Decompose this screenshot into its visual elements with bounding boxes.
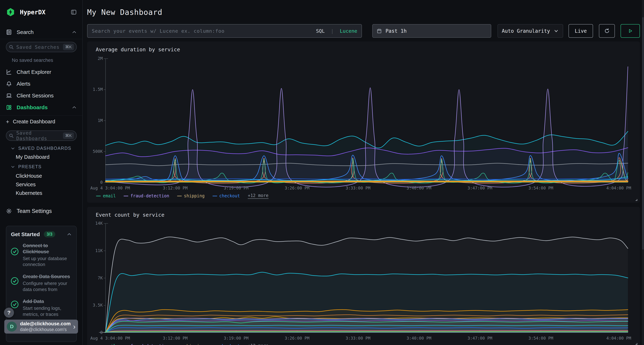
x-axis-label: 3:33:00 PM (331, 336, 385, 341)
chart-plot[interactable] (87, 41, 640, 203)
x-axis-label: 3:54:00 PM (514, 186, 568, 190)
step-desc: Set up your database connection (23, 256, 72, 268)
step-desc: Start sending logs, metrics, or traces (23, 305, 72, 318)
sidebar-item-my-dashboard[interactable]: My Dashboard (16, 154, 50, 160)
sidebar-item-kubernetes[interactable]: Kubernetes (16, 190, 42, 196)
lucene-toggle[interactable]: Lucene (340, 28, 357, 34)
sidebar-item-client-sessions[interactable]: Client Sessions (6, 93, 77, 99)
no-saved-searches-text: No saved searches (12, 57, 53, 63)
create-dashboard-button[interactable]: + Create Dashboard (6, 119, 77, 125)
live-button[interactable]: Live (568, 24, 593, 38)
sidebar-item-search[interactable]: Search (6, 29, 77, 35)
section-presets[interactable]: PRESETS (11, 164, 42, 169)
step-title: Create Data Sources (23, 274, 72, 280)
sidebar-item-alerts[interactable]: Alerts (6, 81, 77, 87)
x-axis-label: 3:40:00 PM (392, 186, 446, 190)
scrollbar-thumb[interactable] (642, 17, 644, 250)
language-separator: | (331, 28, 334, 34)
saved-searches-input[interactable]: Saved Searches ⌘K (6, 42, 77, 52)
chevron-down-icon (11, 165, 15, 169)
sidebar-item-services[interactable]: Services (16, 182, 36, 188)
calendar-icon (376, 28, 382, 34)
granularity-value: Auto Granularity (502, 28, 550, 34)
sidebar-item-label: Chart Explorer (17, 69, 51, 75)
help-button[interactable]: ? (4, 308, 14, 318)
collapse-sidebar-icon[interactable] (71, 9, 77, 15)
event-search-placeholder: Search your events w/ Lucene ex. column:… (92, 28, 312, 34)
gear-icon (6, 208, 12, 214)
laptop-icon (6, 93, 12, 99)
chevron-up-icon[interactable] (67, 232, 72, 237)
get-started-step[interactable]: Add Data Start sending logs, metrics, or… (10, 299, 72, 317)
chart-line-icon (6, 69, 12, 75)
divider (0, 39, 82, 39)
y-axis-label: 1M (79, 118, 103, 123)
x-axis-label: 3:12:00 PM (148, 186, 202, 190)
y-axis-label: 500K (79, 149, 103, 154)
y-axis-label: 3.5K (79, 303, 103, 308)
get-started-step[interactable]: Connect to ClickHouse Set up your databa… (10, 243, 72, 268)
sidebar-item-team-settings[interactable]: Team Settings (6, 208, 77, 214)
x-axis-label: 3:26:00 PM (270, 336, 324, 341)
sidebar-item-chart-explorer[interactable]: Chart Explorer (6, 69, 77, 75)
saved-dashboards-placeholder: Saved Dashboards (16, 130, 60, 141)
time-range-value: Past 1h (386, 28, 406, 34)
x-axis-label: 3:19:00 PM (209, 186, 263, 190)
event-search-input[interactable]: Search your events w/ Lucene ex. column:… (87, 24, 362, 38)
saved-searches-placeholder: Saved Searches (16, 44, 60, 50)
refresh-icon (604, 28, 610, 34)
section-saved-dashboards[interactable]: SAVED DASHBOARDS (11, 146, 72, 151)
granularity-select[interactable]: Auto Granularity (498, 24, 563, 38)
time-range-picker[interactable]: Past 1h (372, 24, 491, 38)
section-label: PRESETS (18, 164, 42, 169)
hyperdx-logo-icon (6, 7, 15, 17)
sidebar-item-label: Alerts (17, 81, 30, 87)
x-axis-label: 3:12:00 PM (148, 336, 202, 341)
x-axis-label: 4:04:00 PM (578, 336, 631, 341)
x-axis-label: 3:54:00 PM (514, 336, 568, 341)
sidebar: HyperDX Search Saved Searches ⌘K No save… (0, 0, 83, 345)
user-org: dale@clickhouse.com's (20, 327, 70, 332)
x-axis-label: 3:26:00 PM (270, 186, 324, 190)
journal-icon (6, 29, 12, 35)
chart-plot[interactable] (87, 207, 640, 345)
search-icon (9, 44, 14, 49)
get-started-progress-badge: 3/3 (44, 231, 55, 237)
y-axis-label: 1.5M (79, 87, 103, 92)
page-title: My New Dashboard (87, 8, 162, 17)
run-query-button[interactable] (620, 24, 640, 38)
sql-toggle[interactable]: SQL (316, 28, 325, 34)
sidebar-item-clickhouse[interactable]: ClickHouse (16, 173, 42, 179)
y-axis-label: 11K (79, 248, 103, 253)
create-dashboard-label: Create Dashboard (13, 119, 55, 125)
sidebar-item-label: Dashboards (17, 104, 48, 110)
chevron-up-icon[interactable] (72, 30, 77, 35)
sidebar-item-dashboards[interactable]: Dashboards (6, 104, 77, 110)
panel-average-duration: Average duration by service emailfraud-d… (87, 41, 640, 203)
get-started-title: Get Started (11, 231, 40, 237)
step-desc: Configure where your data comes from (23, 281, 72, 293)
live-label: Live (575, 28, 587, 34)
dashboard-grid-icon (6, 104, 12, 110)
x-axis-label: Aug 4 3:04:00 PM (90, 186, 130, 190)
bell-icon (6, 81, 12, 87)
y-axis-label: 0 (79, 180, 103, 185)
x-axis-label: 4:04:00 PM (578, 186, 631, 190)
saved-dashboards-input[interactable]: Saved Dashboards ⌘K (6, 130, 77, 141)
avatar: D (7, 322, 17, 332)
x-axis-label: 3:33:00 PM (331, 186, 385, 190)
kbd-shortcut: ⌘K (63, 44, 74, 50)
play-icon (628, 28, 633, 34)
sidebar-item-label: Search (17, 29, 34, 35)
check-circle-icon (10, 247, 19, 256)
x-axis-label: 3:47:00 PM (453, 336, 507, 341)
y-axis-label: 2M (79, 56, 103, 61)
chevron-right-icon: › (73, 323, 76, 331)
user-email: dale@clickhouse.com (20, 321, 70, 327)
chevron-down-icon (11, 146, 15, 150)
get-started-step[interactable]: Create Data Sources Configure where your… (10, 274, 72, 293)
y-axis-label: 14K (79, 221, 103, 226)
refresh-button[interactable] (599, 24, 615, 38)
user-menu[interactable]: D dale@clickhouse.com dale@clickhouse.co… (4, 320, 78, 334)
chevron-up-icon[interactable] (72, 105, 77, 110)
